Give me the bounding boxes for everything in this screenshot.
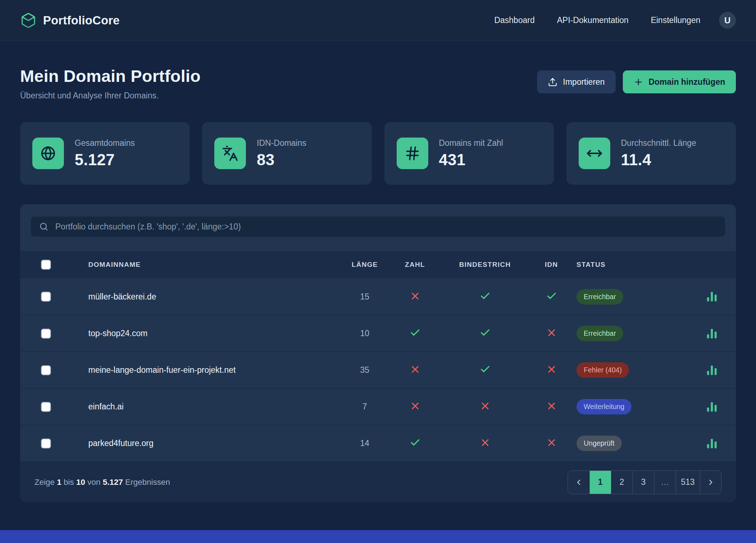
user-avatar[interactable]: U <box>719 12 736 29</box>
domain-length: 14 <box>343 438 386 448</box>
pagination-ellipsis: … <box>654 471 676 494</box>
pagination-prev-button[interactable] <box>568 471 589 494</box>
row-checkbox[interactable] <box>41 365 51 375</box>
row-checkbox[interactable] <box>41 402 51 412</box>
stat-text: IDN-Domains83 <box>257 138 306 169</box>
results-summary: Zeige 1 bis 10 von 5.127 Ergebnissen <box>34 478 170 487</box>
stat-label: Gesamtdomains <box>75 138 135 148</box>
row-checkbox[interactable] <box>41 438 51 449</box>
stats-action-button[interactable] <box>699 327 725 340</box>
domain-name: müller-bäckerei.de <box>88 292 343 302</box>
search-input[interactable] <box>55 222 717 232</box>
check-icon <box>546 291 557 302</box>
table-row: parked4future.org14Ungeprüft <box>20 425 736 461</box>
x-icon <box>546 327 557 338</box>
status-badge: Ungeprüft <box>577 436 622 451</box>
stat-label: Domains mit Zahl <box>439 138 503 148</box>
stat-text: Gesamtdomains5.127 <box>75 138 135 169</box>
bar-chart-icon <box>705 437 718 450</box>
stat-card-4: Durchschnittl. Länge11.4 <box>566 122 736 185</box>
row-checkbox[interactable] <box>41 329 51 339</box>
search-icon <box>39 222 49 232</box>
status-cell: Erreichbar <box>577 289 699 305</box>
app: { "brand": { "name": "PortfolioCore" }, … <box>0 0 756 543</box>
select-all-checkbox[interactable] <box>41 260 51 270</box>
stat-card-1: Gesamtdomains5.127 <box>20 122 190 185</box>
column-header-laenge: LÄNGE <box>343 261 386 269</box>
status-badge: Weiterleitung <box>577 399 631 414</box>
table-row: einfach.ai7Weiterleitung <box>20 388 736 425</box>
row-checkbox[interactable] <box>41 292 51 302</box>
row-select-cell <box>31 329 88 339</box>
row-select-cell <box>31 365 88 375</box>
page-subtitle: Übersicht und Analyse Ihrer Domains. <box>20 91 201 101</box>
brand-logo[interactable]: PortfolioCore <box>20 12 120 29</box>
x-icon <box>410 291 421 302</box>
pagination-page-513[interactable]: 513 <box>676 471 700 494</box>
stat-label: IDN-Domains <box>257 138 306 148</box>
table-header: DOMAINNAMELÄNGEZAHLBINDESTRICHIDNSTATUS <box>20 251 736 278</box>
pagination-page-2[interactable]: 2 <box>611 471 633 494</box>
results-text: Zeige <box>34 478 57 487</box>
pagination: 123…513 <box>568 470 722 494</box>
check-icon <box>480 364 491 375</box>
status-cell: Weiterleitung <box>577 399 699 414</box>
stat-text: Domains mit Zahl431 <box>439 138 503 169</box>
globe-icon <box>40 145 56 162</box>
select-all-cell <box>31 260 88 270</box>
x-icon <box>546 437 557 448</box>
domain-length: 10 <box>343 329 386 338</box>
idn-indicator <box>526 437 577 450</box>
check-icon <box>410 437 421 448</box>
stats-action-button[interactable] <box>699 364 725 377</box>
brand-name: PortfolioCore <box>43 14 120 27</box>
stat-value: 83 <box>257 151 306 169</box>
stat-card-2: IDN-Domains83 <box>202 122 372 185</box>
search-section <box>20 204 736 251</box>
domain-name: einfach.ai <box>88 402 343 412</box>
stats-row: Gesamtdomains5.127IDN-Domains83Domains m… <box>0 122 756 185</box>
domain-name: meine-lange-domain-fuer-ein-projekt.net <box>88 365 343 375</box>
column-header-idn: IDN <box>526 261 577 269</box>
stats-action-button[interactable] <box>699 400 725 413</box>
zahl-indicator <box>386 291 444 303</box>
status-badge: Fehler (404) <box>577 362 629 378</box>
status-cell: Fehler (404) <box>577 362 699 378</box>
table-row: top-shop24.com10Erreichbar <box>20 315 736 352</box>
stat-icon-tile <box>32 138 64 169</box>
hash-icon <box>404 145 421 162</box>
status-cell: Ungeprüft <box>577 436 699 451</box>
x-icon <box>410 400 421 412</box>
pagination-page-3[interactable]: 3 <box>633 471 654 494</box>
domain-length: 7 <box>343 402 386 412</box>
zahl-indicator <box>386 364 444 376</box>
row-select-cell <box>31 292 88 302</box>
pagination-page-1[interactable]: 1 <box>589 471 611 494</box>
box-logo-icon <box>20 12 37 29</box>
nav-item-dashboard[interactable]: Dashboard <box>494 15 535 25</box>
x-icon <box>546 400 557 412</box>
table-row: meine-lange-domain-fuer-ein-projekt.net3… <box>20 352 736 388</box>
top-navigation-bar: PortfolioCore DashboardAPI-Dokumentation… <box>0 0 756 41</box>
page-title: Mein Domain Portfolio <box>20 66 201 86</box>
zahl-indicator <box>386 327 444 340</box>
results-count: 1 <box>57 478 62 487</box>
nav-item-einstellungen[interactable]: Einstellungen <box>651 15 700 25</box>
arrows-horizontal-icon <box>586 145 603 162</box>
add-domain-button[interactable]: Domain hinzufügen <box>623 70 736 93</box>
stat-icon-tile <box>214 138 246 169</box>
stats-action-button[interactable] <box>699 437 725 450</box>
stats-action-button[interactable] <box>699 290 725 303</box>
bar-chart-icon <box>705 364 718 377</box>
import-button[interactable]: Importieren <box>537 70 615 93</box>
bar-chart-icon <box>705 327 718 340</box>
bindestrich-indicator <box>444 437 526 450</box>
page-actions: Importieren Domain hinzufügen <box>537 70 736 93</box>
stat-value: 11.4 <box>621 151 696 169</box>
stat-icon-tile <box>579 138 610 169</box>
bindestrich-indicator <box>444 400 526 413</box>
stat-value: 5.127 <box>75 151 135 169</box>
bindestrich-indicator <box>444 291 526 303</box>
nav-item-api-dokumentation[interactable]: API-Dokumentation <box>557 15 628 25</box>
pagination-next-button[interactable] <box>700 471 721 494</box>
